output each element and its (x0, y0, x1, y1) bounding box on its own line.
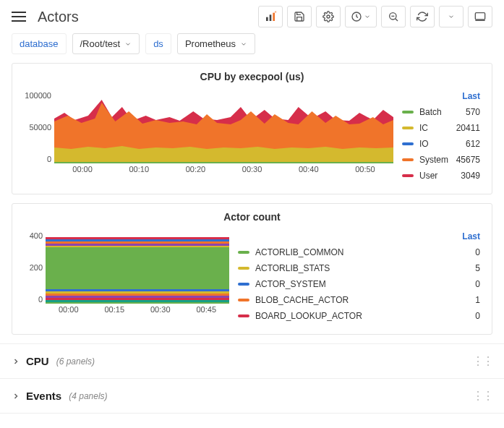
legend-swatch (402, 111, 414, 114)
legend-value: 45675 (448, 155, 480, 165)
ytick: 50000 (20, 123, 51, 132)
chevron-right-icon (12, 392, 20, 401)
svg-text:+: + (274, 11, 276, 14)
legend-name: IC (419, 123, 448, 133)
legend-value: 0 (448, 279, 480, 289)
ytick: 0 (20, 295, 43, 304)
row-cpu[interactable]: CPU (6 panels) ⋮⋮ (0, 344, 504, 379)
xtick: 00:30 (224, 165, 281, 178)
ytick: 400 (20, 231, 43, 240)
legend-row[interactable]: ACTOR_SYSTEM0 (238, 276, 484, 292)
svg-line-7 (396, 19, 398, 21)
legend-header: Last (402, 91, 484, 101)
legend-swatch (238, 299, 249, 301)
legend-row[interactable]: IO612 (402, 136, 484, 152)
menu-icon[interactable] (12, 8, 29, 25)
var-label-ds: ds (145, 33, 171, 54)
var-database-select[interactable]: /Root/test (72, 33, 140, 54)
legend-value: 570 (448, 107, 480, 117)
legend-row[interactable]: ACTORLIB_COMMON0 (238, 244, 484, 260)
chevron-down-icon (448, 13, 455, 20)
legend-value: 612 (448, 139, 480, 149)
legend-name: Batch (419, 107, 448, 117)
legend-name: BOARD_LOOKUP_ACTOR (255, 311, 448, 321)
add-panel-button[interactable]: + (258, 6, 283, 27)
zoom-out-button[interactable] (381, 6, 406, 27)
refresh-interval-button[interactable] (439, 6, 464, 27)
legend-row[interactable]: System45675 (402, 152, 484, 168)
panel-cpu-by-execpool: CPU by execpool (us) 100000 50000 0 (12, 63, 492, 194)
ytick: 200 (20, 263, 43, 272)
legend-row[interactable]: Batch570 (402, 104, 484, 120)
svg-rect-20 (46, 296, 229, 298)
svg-rect-1 (270, 14, 272, 21)
toolbar: + (258, 6, 492, 27)
legend-swatch (238, 283, 249, 286)
ytick: 0 (20, 155, 51, 163)
xtick: 00:30 (137, 305, 184, 318)
svg-rect-15 (46, 244, 229, 246)
grip-icon[interactable]: ⋮⋮ (472, 389, 492, 403)
xtick: 00:20 (167, 165, 223, 178)
legend-value: 0 (448, 311, 480, 321)
svg-point-4 (327, 15, 330, 18)
chevron-down-icon (124, 40, 132, 48)
legend: Last Batch570IC20411IO612System45675User… (402, 91, 484, 184)
svg-rect-12 (46, 237, 229, 239)
xtick: 00:00 (46, 305, 92, 318)
legend: Last ACTORLIB_COMMON0ACTORLIB_STATS5ACTO… (238, 231, 484, 324)
page-title: Actors (38, 9, 258, 25)
panel-title: Actor count (12, 204, 492, 227)
legend-swatch (238, 251, 249, 254)
legend-swatch (402, 174, 414, 177)
legend-value: 3049 (448, 171, 480, 181)
legend-swatch (402, 127, 414, 129)
svg-rect-18 (46, 291, 229, 294)
save-button[interactable] (287, 6, 312, 27)
legend-value: 1 (448, 295, 480, 305)
legend-row[interactable]: BOARD_LOOKUP_ACTOR0 (238, 308, 484, 324)
svg-rect-13 (46, 239, 229, 241)
svg-rect-14 (46, 241, 229, 244)
var-ds-value: Prometheus (185, 38, 236, 49)
legend-name: BLOB_CACHE_ACTOR (255, 295, 448, 305)
time-range-button[interactable] (345, 6, 377, 27)
legend-swatch (238, 314, 249, 317)
legend-row[interactable]: IC20411 (402, 120, 484, 136)
svg-rect-17 (46, 289, 229, 291)
view-mode-button[interactable] (468, 6, 492, 27)
svg-rect-0 (266, 17, 268, 21)
legend-name: ACTORLIB_COMMON (255, 247, 448, 257)
legend-row[interactable]: BLOB_CACHE_ACTOR1 (238, 292, 484, 308)
legend-row[interactable]: ACTORLIB_STATS5 (238, 260, 484, 276)
svg-rect-9 (475, 13, 484, 20)
row-subtitle: (6 panels) (56, 356, 472, 367)
settings-button[interactable] (316, 6, 341, 27)
legend-row[interactable]: User3049 (402, 168, 484, 184)
legend-header: Last (238, 231, 484, 241)
svg-rect-19 (46, 294, 229, 296)
panel-actor-count: Actor count 400 200 0 (12, 203, 492, 335)
var-ds-select[interactable]: Prometheus (177, 33, 255, 54)
row-events[interactable]: Events (4 panels) ⋮⋮ (0, 379, 504, 414)
refresh-button[interactable] (410, 6, 435, 27)
legend-swatch (238, 267, 249, 270)
legend-name: User (419, 171, 448, 181)
legend-name: IO (419, 139, 448, 149)
chart-cpu-by-execpool[interactable]: 100000 50000 0 00:00 00:10 (20, 91, 393, 178)
xtick: 00:00 (54, 165, 111, 178)
grip-icon[interactable]: ⋮⋮ (472, 354, 492, 368)
xtick: 00:10 (111, 165, 167, 178)
ytick: 100000 (20, 91, 51, 100)
chevron-down-icon (240, 40, 247, 48)
legend-value: 20411 (448, 123, 480, 133)
legend-value: 0 (448, 247, 480, 257)
legend-swatch (402, 142, 414, 145)
legend-value: 5 (448, 263, 480, 273)
svg-rect-16 (46, 246, 229, 247)
legend-name: ACTORLIB_STATS (255, 263, 448, 273)
xtick: 00:45 (184, 305, 230, 318)
var-label-database: database (12, 33, 67, 54)
legend-swatch (402, 158, 414, 161)
chart-actor-count[interactable]: 400 200 0 (20, 231, 229, 318)
